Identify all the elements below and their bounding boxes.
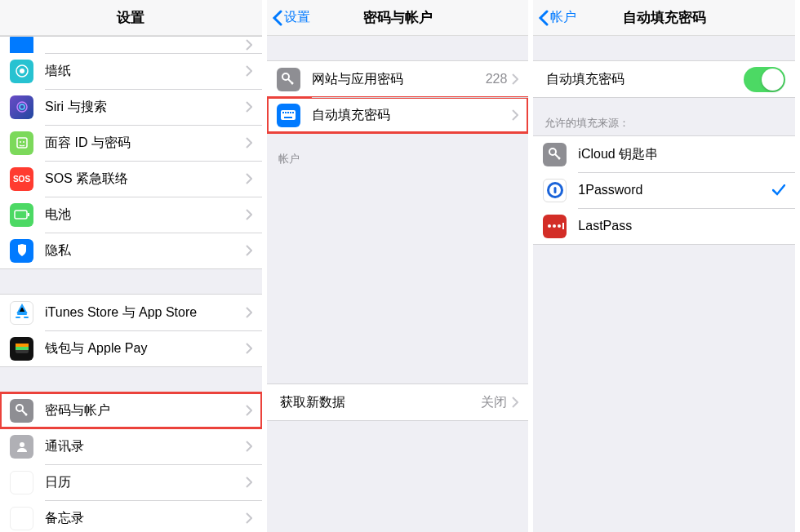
checkmark-icon <box>772 184 785 196</box>
row-label: 墙纸 <box>45 63 246 80</box>
svg-point-26 <box>548 224 551 228</box>
group-general: 墙纸 Siri 与搜索 面容 ID 与密码 SOS SOS 紧急联络 <box>0 36 262 269</box>
group-autofill-toggle: 自动填充密码 <box>533 60 795 98</box>
chevron-right-icon <box>246 441 252 452</box>
row-notes[interactable]: 备忘录 <box>0 500 262 532</box>
svg-rect-7 <box>15 211 27 219</box>
autofill-toggle[interactable] <box>744 67 785 92</box>
row-label: iTunes Store 与 App Store <box>45 304 246 321</box>
row-detail: 228 <box>486 72 508 86</box>
row-label: 1Password <box>578 183 772 197</box>
svg-point-6 <box>23 141 24 143</box>
accounts-section-header: 帐户 <box>267 134 529 171</box>
svg-rect-25 <box>553 187 556 193</box>
faceid-icon <box>10 131 33 155</box>
navbar-autofill: 帐户 自动填充密码 <box>533 0 795 36</box>
svg-rect-20 <box>292 112 294 113</box>
back-label: 帐户 <box>550 9 576 26</box>
svg-point-14 <box>282 73 289 80</box>
svg-rect-19 <box>290 112 291 113</box>
row-provider-icloud[interactable]: iCloud 钥匙串 <box>533 136 795 172</box>
svg-rect-10 <box>16 344 29 347</box>
chevron-right-icon <box>246 65 252 77</box>
svg-point-5 <box>20 141 21 143</box>
row-wallpaper[interactable]: 墙纸 <box>0 53 262 89</box>
chevron-right-icon <box>512 73 518 85</box>
chevron-right-icon <box>246 245 252 256</box>
chevron-right-icon <box>246 405 252 416</box>
back-button[interactable]: 帐户 <box>538 9 576 26</box>
row-faceid[interactable]: 面容 ID 与密码 <box>0 125 262 161</box>
calendar-icon <box>10 471 33 494</box>
row-sos[interactable]: SOS SOS 紧急联络 <box>0 161 262 197</box>
row-calendar[interactable]: 日历 <box>0 464 262 500</box>
row-label: 日历 <box>45 474 246 491</box>
back-label: 设置 <box>284 9 310 26</box>
row-label: 面容 ID 与密码 <box>45 135 246 152</box>
svg-rect-17 <box>285 112 287 113</box>
group-fetch: 获取新数据 关闭 <box>267 383 529 421</box>
svg-rect-8 <box>28 213 29 216</box>
row-label: 自动填充密码 <box>312 107 513 124</box>
group-accounts: 密码与帐户 通讯录 日历 备忘录 <box>0 392 262 532</box>
notes-icon <box>10 507 33 530</box>
row-label: 隐私 <box>45 242 246 259</box>
chevron-right-icon <box>246 101 252 113</box>
back-button[interactable]: 设置 <box>272 9 310 26</box>
chevron-right-icon <box>246 512 252 524</box>
chevron-right-icon <box>512 109 518 121</box>
chevron-right-icon <box>246 173 252 184</box>
row-label: 网站与应用密码 <box>312 71 486 88</box>
keyboard-icon <box>277 104 300 127</box>
svg-point-12 <box>16 405 23 411</box>
settings-panel: 设置 墙纸 Siri 与搜索 <box>0 0 267 532</box>
row-label: iCloud 钥匙串 <box>578 146 785 163</box>
svg-point-2 <box>17 102 27 112</box>
row-siri[interactable]: Siri 与搜索 <box>0 89 262 125</box>
lastpass-icon <box>543 215 567 238</box>
row-label: 钱包与 Apple Pay <box>45 340 246 357</box>
battery-icon <box>10 203 33 227</box>
svg-rect-16 <box>282 112 284 113</box>
row-label: 获取新数据 <box>280 394 482 411</box>
group-store: iTunes Store 与 App Store 钱包与 Apple Pay <box>0 294 262 367</box>
display-icon <box>10 37 33 53</box>
allow-from-header: 允许的填充来源： <box>533 98 795 135</box>
row-fetch-data[interactable]: 获取新数据 关闭 <box>267 384 529 420</box>
row-privacy[interactable]: 隐私 <box>0 233 262 268</box>
chevron-right-icon <box>246 477 252 488</box>
key-icon <box>10 399 33 423</box>
svg-point-13 <box>20 442 24 447</box>
row-contacts[interactable]: 通讯录 <box>0 428 262 464</box>
row-label: Siri 与搜索 <box>45 99 246 116</box>
chevron-right-icon <box>246 343 252 354</box>
chevron-right-icon <box>246 307 252 318</box>
key-icon <box>277 68 300 91</box>
svg-point-1 <box>20 69 24 73</box>
group-providers: iCloud 钥匙串 1Password LastPass <box>533 135 795 245</box>
autofill-panel: 帐户 自动填充密码 自动填充密码 允许的填充来源： iCloud 钥匙串 1 <box>533 0 800 532</box>
page-title: 自动填充密码 <box>623 8 706 27</box>
row-provider-1password[interactable]: 1Password <box>533 172 795 208</box>
svg-rect-15 <box>281 110 296 120</box>
row-provider-lastpass[interactable]: LastPass <box>533 208 795 244</box>
row-passwords-accounts[interactable]: 密码与帐户 <box>0 392 262 428</box>
svg-point-27 <box>553 224 556 228</box>
navbar-passwords: 设置 密码与帐户 <box>267 0 529 36</box>
row-itunes[interactable]: iTunes Store 与 App Store <box>0 295 262 330</box>
svg-point-22 <box>549 149 556 155</box>
row-wallet[interactable]: 钱包与 Apple Pay <box>0 330 262 366</box>
row-website-passwords[interactable]: 网站与应用密码 228 <box>267 61 529 97</box>
contacts-icon <box>10 435 33 459</box>
row-label: 电池 <box>45 206 246 224</box>
onepassword-icon <box>543 179 567 202</box>
row-label: 备忘录 <box>45 510 246 527</box>
svg-point-28 <box>558 224 561 228</box>
row-label: 密码与帐户 <box>45 402 246 419</box>
row-battery[interactable]: 电池 <box>0 197 262 233</box>
navbar-settings: 设置 <box>0 0 262 36</box>
row-truncated[interactable] <box>0 37 262 53</box>
wallet-icon <box>10 337 33 361</box>
chevron-right-icon <box>246 137 252 149</box>
row-autofill-passwords[interactable]: 自动填充密码 <box>267 97 529 133</box>
